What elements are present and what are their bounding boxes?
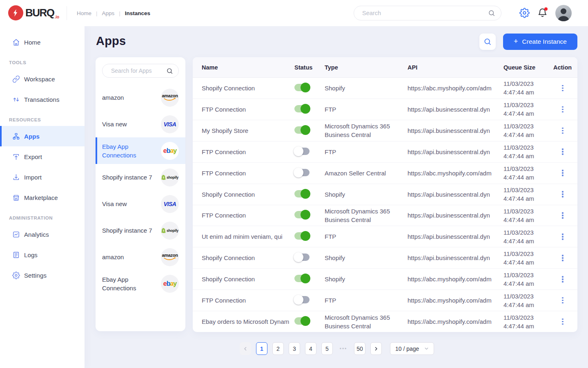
- queue-time: 4:47:44 am: [503, 130, 553, 139]
- app-list-item[interactable]: Ebay App Connections ebay: [96, 137, 185, 164]
- create-instance-button[interactable]: + Create Instance: [503, 34, 577, 50]
- status-toggle[interactable]: [294, 254, 310, 261]
- page-search-button[interactable]: [479, 34, 496, 50]
- status-toggle[interactable]: [294, 148, 310, 155]
- instance-type: FTP: [325, 296, 408, 305]
- logo[interactable]: BURQ .io: [8, 5, 59, 20]
- row-actions-menu-icon[interactable]: [560, 276, 566, 283]
- settings-gear-icon[interactable]: [519, 8, 530, 18]
- pagination-ellipsis[interactable]: •••: [338, 346, 349, 352]
- import-icon: [12, 173, 20, 181]
- page-button-50[interactable]: 50: [354, 342, 365, 355]
- queue-date: 11/03/2023: [503, 122, 553, 130]
- sidebar-item-logs[interactable]: Logs: [0, 245, 85, 265]
- instance-type: Shopify: [325, 84, 408, 92]
- sidebar-item-import[interactable]: Import: [0, 167, 85, 187]
- page-button-1[interactable]: 1: [256, 342, 267, 355]
- shopify-logo: shopify: [161, 168, 179, 186]
- queue-size: 11/03/2023 4:47:44 am: [503, 228, 553, 245]
- status-toggle[interactable]: [294, 275, 310, 282]
- page-button-2[interactable]: 2: [272, 342, 284, 355]
- queue-date: 11/03/2023: [503, 228, 553, 237]
- status-toggle[interactable]: [294, 84, 310, 91]
- sidebar-item-marketplace[interactable]: Marketplace: [0, 187, 85, 208]
- avatar[interactable]: [555, 5, 572, 21]
- app-list-item[interactable]: Visa new VISA: [96, 111, 185, 137]
- previous-page-button[interactable]: [240, 342, 251, 355]
- queue-size: 11/03/2023 4:47:44 am: [503, 271, 553, 288]
- page-button-3[interactable]: 3: [289, 342, 300, 355]
- table-row: Shopify Connection Shopify https://api.b…: [193, 247, 577, 269]
- row-actions-menu-icon[interactable]: [560, 212, 566, 219]
- next-page-button[interactable]: [370, 342, 382, 355]
- chevron-down-icon: [424, 346, 429, 351]
- sidebar-item-analytics[interactable]: Analytics: [0, 224, 85, 245]
- pagination: 12345 ••• 50 10 / page: [240, 342, 434, 355]
- queue-size: 11/03/2023 4:47:44 am: [503, 292, 553, 309]
- row-actions-menu-icon[interactable]: [560, 85, 566, 92]
- queue-time: 4:47:44 am: [503, 279, 553, 288]
- apps-search: [102, 64, 179, 78]
- status-toggle[interactable]: [294, 317, 310, 325]
- logo-suffix: .io: [55, 15, 60, 19]
- instance-api: https://api.businesscentral.dyn: [408, 254, 503, 261]
- row-actions-menu-icon[interactable]: [560, 148, 566, 155]
- marketplace-icon: [12, 193, 20, 202]
- sidebar-item-transactions[interactable]: Transactions: [0, 89, 85, 110]
- page-button-5[interactable]: 5: [321, 342, 333, 355]
- app-name: Ebay App Connections: [102, 275, 156, 292]
- status-toggle[interactable]: [294, 105, 310, 112]
- app-list-item[interactable]: amazon amazon: [96, 244, 185, 270]
- breadcrumb-apps[interactable]: Apps: [102, 10, 115, 16]
- global-search-input[interactable]: [362, 10, 488, 16]
- row-actions-menu-icon[interactable]: [560, 191, 566, 197]
- row-actions-menu-icon[interactable]: [560, 319, 566, 325]
- sidebar-item-export[interactable]: Export: [0, 146, 85, 167]
- status-toggle[interactable]: [294, 190, 310, 197]
- breadcrumb-home[interactable]: Home: [77, 10, 91, 16]
- ebay-logo: ebay: [161, 142, 179, 160]
- toggle-knob: [294, 168, 303, 177]
- instance-api: https://abc.myshopify.com/adm: [408, 170, 503, 177]
- status-toggle[interactable]: [294, 232, 310, 240]
- toggle-knob: [301, 125, 310, 135]
- app-list-item[interactable]: Shopify instance 7 shopify: [96, 164, 185, 191]
- status-toggle[interactable]: [294, 126, 310, 134]
- workspace-icon: [12, 75, 20, 83]
- toggle-knob: [301, 104, 310, 114]
- status-toggle[interactable]: [294, 169, 310, 176]
- instance-name: My Shopify Store: [202, 127, 294, 134]
- notification-badge: [544, 7, 548, 11]
- queue-date: 11/03/2023: [503, 292, 553, 301]
- column-header-api: API: [408, 64, 503, 71]
- queue-size: 11/03/2023 4:47:44 am: [503, 186, 553, 203]
- page-button-4[interactable]: 4: [305, 342, 316, 355]
- apps-search-input[interactable]: [111, 67, 166, 74]
- sidebar-item-label: Analytics: [24, 231, 49, 238]
- page-size-select[interactable]: 10 / page: [390, 342, 434, 355]
- instance-api: https://api.businesscentral.dyn: [408, 212, 503, 219]
- status-toggle[interactable]: [294, 211, 310, 218]
- row-actions-menu-icon[interactable]: [560, 255, 566, 261]
- row-actions-menu-icon[interactable]: [560, 128, 566, 134]
- instance-api: https://api.businesscentral.dyn: [408, 233, 503, 240]
- row-actions-menu-icon[interactable]: [560, 106, 566, 113]
- row-actions-menu-icon[interactable]: [560, 170, 566, 176]
- sidebar-item-settings[interactable]: Settings: [0, 265, 85, 285]
- sidebar-item-home[interactable]: Home: [0, 32, 85, 52]
- row-actions-menu-icon[interactable]: [560, 233, 566, 240]
- instance-api: https://api.businesscentral.dyn: [408, 127, 503, 134]
- app-list-item[interactable]: Ebay App Connections ebay: [96, 270, 185, 297]
- app-list-item[interactable]: Shopify instance 7 shopify: [96, 217, 185, 244]
- app-list-item[interactable]: amazon amazon: [96, 84, 185, 111]
- create-instance-label: Create Instance: [522, 38, 567, 45]
- instance-type: Shopify: [325, 254, 408, 262]
- app-list-item[interactable]: Visa new VISA: [96, 191, 185, 217]
- sidebar-item-workspace[interactable]: Workspace: [0, 69, 85, 89]
- instance-type: Shopify: [325, 190, 408, 199]
- sidebar-item-apps[interactable]: Apps: [0, 126, 85, 146]
- status-toggle[interactable]: [294, 296, 310, 303]
- row-actions-menu-icon[interactable]: [560, 297, 566, 304]
- notifications-bell-icon[interactable]: [537, 8, 548, 18]
- instance-name: Shopify Connection: [202, 191, 294, 198]
